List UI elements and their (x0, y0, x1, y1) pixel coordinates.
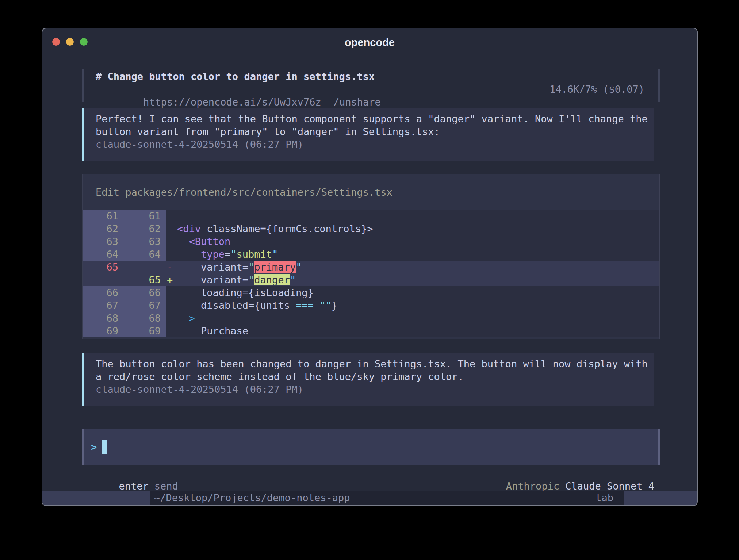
line-number-new: 66 (118, 286, 161, 299)
line-number-new: 61 (118, 210, 161, 222)
code-line: <div className={formCs.controls}> (177, 222, 659, 235)
line-number-new (118, 261, 161, 273)
line-number-gutter: 6262 (83, 222, 166, 235)
header-left-border (82, 69, 84, 102)
code-line: > (177, 312, 659, 325)
model-meta: claude-sonnet-4-20250514 (06:27 PM) (96, 138, 654, 151)
diff-sign (166, 312, 177, 325)
tab-key-hint: tab (596, 491, 613, 505)
code-line: Purchase (177, 325, 659, 337)
message-line: button variant from "primary" to "danger… (96, 125, 654, 138)
app-version-chip: opencodev0.3.11 (42, 491, 150, 505)
diff-row: 6262<div className={formCs.controls}> (83, 222, 659, 235)
code-line: type="submit" (177, 248, 659, 261)
diff-row: 6161 (83, 210, 659, 222)
line-number-new: 69 (118, 325, 161, 337)
line-number-new: 63 (118, 235, 161, 248)
code-line (177, 210, 659, 222)
status-bar: opencodev0.3.11 ~/Desktop/Projects/demo-… (42, 491, 697, 505)
prompt-input[interactable]: > (82, 429, 660, 465)
line-number-old: 65 (83, 261, 118, 273)
line-number-old: 63 (83, 235, 118, 248)
line-number-gutter: 6666 (83, 286, 166, 299)
code-line: loading={isLoading} (177, 286, 659, 299)
message-line: The button color has been changed to dan… (96, 357, 654, 370)
line-number-old: 64 (83, 248, 118, 261)
diff-row: 6767 disabled={units === ""} (83, 299, 659, 312)
diff-sign (166, 299, 177, 312)
enter-key-hint: enter (119, 480, 149, 492)
message-line: Perfect! I can see that the Button compo… (96, 112, 654, 125)
line-number-gutter: 65 (83, 261, 166, 273)
diff-sign (166, 235, 177, 248)
line-number-old: 67 (83, 299, 118, 312)
send-action-label: send (154, 480, 178, 492)
session-header: # Change button color to danger in setti… (82, 69, 660, 102)
diff-row: 6969 Purchase (83, 325, 659, 337)
edit-tool-card: Edit packages/frontend/src/containers/Se… (82, 174, 660, 339)
diff-row: 6464 type="submit" (83, 248, 659, 261)
diff-row: 65+ variant="danger" (83, 273, 659, 286)
diff-sign (166, 286, 177, 299)
line-number-gutter: 6363 (83, 235, 166, 248)
diff-row: 65- variant="primary" (83, 261, 659, 273)
prompt-symbol: > (91, 441, 97, 453)
line-number-old: 61 (83, 210, 118, 222)
line-number-gutter: 6464 (83, 248, 166, 261)
model-meta: claude-sonnet-4-20250514 (06:27 PM) (96, 383, 654, 396)
diff-sign (166, 325, 177, 337)
assistant-message: Perfect! I can see that the Button compo… (82, 108, 654, 161)
opencode-window: opencode # Change button color to danger… (42, 28, 698, 506)
diff-sign (166, 210, 177, 222)
window-title: opencode (42, 37, 697, 49)
unshare-command[interactable]: /unshare (333, 96, 381, 108)
model-label: Claude Sonnet 4 (565, 480, 654, 492)
line-number-gutter: 6868 (83, 312, 166, 325)
diff-row: 6363 <Button (83, 235, 659, 248)
line-number-new: 65 (118, 273, 161, 286)
line-number-new: 67 (118, 299, 161, 312)
line-number-old (83, 273, 118, 286)
diff-sign: + (166, 273, 177, 286)
diff-row: 6666 loading={isLoading} (83, 286, 659, 299)
share-url[interactable]: https://opencode.ai/s/UwJxv76z (143, 96, 321, 108)
line-number-new: 68 (118, 312, 161, 325)
diff-sign: - (166, 261, 177, 273)
code-line: disabled={units === ""} (177, 299, 659, 312)
edit-tool-title: Edit packages/frontend/src/containers/Se… (83, 174, 659, 199)
code-line: variant="danger" (177, 273, 659, 286)
diff-view: 61616262<div className={formCs.controls}… (83, 210, 659, 337)
diff-sign (166, 222, 177, 235)
line-number-new: 62 (118, 222, 161, 235)
line-number-gutter: 6969 (83, 325, 166, 337)
working-directory: ~/Desktop/Projects/demo-notes-app (154, 491, 350, 505)
line-number-old: 68 (83, 312, 118, 325)
diff-sign (166, 248, 177, 261)
diff-row: 6868 > (83, 312, 659, 325)
provider-label: Anthropic (506, 480, 559, 492)
mode-chip[interactable]: BUILDMODE (624, 491, 697, 505)
message-line: a red/rose color scheme instead of the b… (96, 370, 654, 383)
line-number-new: 64 (118, 248, 161, 261)
line-number-old: 62 (83, 222, 118, 235)
line-number-old: 69 (83, 325, 118, 337)
line-number-old: 66 (83, 286, 118, 299)
line-number-gutter: 6767 (83, 299, 166, 312)
code-line: variant="primary" (177, 261, 659, 273)
line-number-gutter: 65 (83, 273, 166, 286)
code-line: <Button (177, 235, 659, 248)
line-number-gutter: 6161 (83, 210, 166, 222)
header-right-border (658, 69, 660, 102)
text-cursor (102, 440, 107, 454)
session-title: # Change button color to danger in setti… (96, 70, 375, 83)
assistant-message: The button color has been changed to dan… (82, 353, 654, 406)
